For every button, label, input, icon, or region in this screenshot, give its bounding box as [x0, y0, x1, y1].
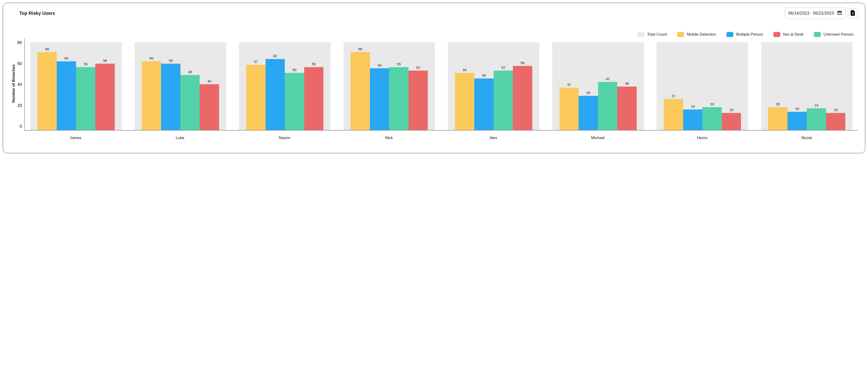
calendar-icon: [837, 10, 842, 17]
bar-value-label: 38: [625, 82, 629, 85]
bars: 50455256: [455, 38, 532, 130]
bar-group: 60584840: [129, 38, 231, 130]
bar-unknown[interactable]: 55: [389, 67, 408, 130]
bar-unknown[interactable]: 52: [494, 70, 513, 130]
swatch-notdesk: [773, 32, 780, 37]
svg-rect-3: [840, 11, 841, 12]
chart-area: Number of Breaches 806040200 68605558605…: [10, 38, 858, 140]
bar-value-label: 42: [606, 77, 610, 81]
bar-notdesk[interactable]: 52: [408, 70, 428, 130]
chart-card: Top Risky Users 06/14/2023 - 06/21/2023 …: [3, 3, 865, 153]
bars: 57625055: [246, 38, 323, 130]
bar-value-label: 37: [567, 83, 571, 87]
svg-rect-6: [840, 13, 841, 13]
y-tick: 80: [17, 40, 22, 45]
bar-unknown[interactable]: 55: [76, 67, 95, 130]
bar-value-label: 68: [358, 47, 362, 51]
bar-notdesk[interactable]: 15: [722, 113, 741, 130]
svg-text:X: X: [852, 12, 854, 15]
bar-multiple[interactable]: 54: [370, 68, 389, 130]
bar-mobile[interactable]: 68: [37, 52, 57, 130]
bar-multiple[interactable]: 16: [787, 112, 807, 130]
y-tick: 40: [17, 82, 22, 87]
bars: 27182015: [664, 38, 741, 130]
swatch-mobile: [677, 32, 684, 37]
x-axis: JamesLukeNaomiNickAlexMichaelHenryNicole: [24, 131, 858, 140]
bar-notdesk[interactable]: 38: [617, 87, 637, 130]
legend-item-unknown[interactable]: Unknown Person: [814, 32, 854, 37]
bar-value-label: 58: [103, 59, 107, 62]
bar-value-label: 58: [169, 59, 173, 62]
bar-value-label: 55: [312, 62, 316, 66]
bar-notdesk[interactable]: 40: [200, 84, 219, 130]
date-range-text: 06/14/2023 - 06/21/2023: [788, 11, 834, 16]
svg-rect-1: [838, 11, 842, 12]
export-excel-button[interactable]: X: [848, 8, 858, 19]
bar-value-label: 27: [672, 94, 676, 98]
bar-value-label: 52: [416, 65, 420, 69]
legend-item-total[interactable]: Total Count: [637, 32, 667, 37]
bar-multiple[interactable]: 62: [266, 59, 285, 130]
bar-value-label: 48: [188, 70, 192, 74]
bar-notdesk[interactable]: 56: [513, 66, 532, 130]
x-tick: Michael: [547, 136, 649, 140]
bar-value-label: 60: [65, 56, 68, 60]
bar-value-label: 40: [208, 79, 212, 83]
card-title: Top Risky Users: [10, 11, 55, 16]
x-tick: Alex: [442, 136, 544, 140]
bar-value-label: 56: [521, 61, 525, 65]
bar-value-label: 55: [84, 62, 88, 66]
bar-value-label: 45: [482, 74, 486, 77]
swatch-unknown: [814, 32, 821, 37]
bars: 68545552: [350, 38, 428, 130]
bar-value-label: 16: [795, 107, 799, 111]
bar-value-label: 19: [814, 103, 818, 107]
y-axis-label: Number of Breaches: [10, 64, 17, 103]
bar-unknown[interactable]: 19: [807, 108, 826, 130]
bar-value-label: 57: [254, 60, 258, 64]
bar-multiple[interactable]: 30: [579, 96, 598, 130]
bar-value-label: 15: [730, 108, 733, 112]
bar-multiple[interactable]: 45: [474, 79, 493, 130]
plot: 6860555860584840576250556854555250455256…: [24, 38, 858, 140]
date-range-picker[interactable]: 06/14/2023 - 06/21/2023: [785, 8, 845, 19]
legend: Total Count Mobile Detection Multiple Pe…: [10, 32, 858, 37]
bar-group: 68545552: [338, 38, 440, 130]
bar-unknown[interactable]: 48: [181, 75, 200, 130]
bar-mobile[interactable]: 27: [664, 99, 683, 130]
bar-notdesk[interactable]: 15: [826, 113, 845, 130]
bar-notdesk[interactable]: 55: [304, 67, 323, 130]
bars: 20161915: [768, 38, 845, 130]
y-tick: 20: [17, 104, 22, 108]
bar-unknown[interactable]: 20: [702, 107, 721, 130]
bar-mobile[interactable]: 57: [246, 65, 265, 130]
bar-multiple[interactable]: 58: [161, 64, 180, 130]
bar-multiple[interactable]: 18: [683, 110, 702, 130]
bar-value-label: 20: [776, 102, 780, 106]
y-axis: 806040200: [17, 38, 24, 126]
bar-mobile[interactable]: 68: [350, 52, 370, 130]
bar-value-label: 60: [150, 56, 153, 60]
bar-value-label: 62: [273, 54, 277, 58]
legend-label-multiple: Multiple Person: [736, 32, 763, 37]
card-header: Top Risky Users 06/14/2023 - 06/21/2023 …: [10, 8, 858, 19]
bar-mobile[interactable]: 50: [455, 73, 474, 130]
legend-item-notdesk[interactable]: Not at Desk: [773, 32, 804, 37]
legend-item-multiple[interactable]: Multiple Person: [726, 32, 763, 37]
bar-value-label: 50: [293, 68, 297, 72]
bar-mobile[interactable]: 37: [559, 88, 579, 130]
bar-value-label: 30: [586, 91, 590, 95]
bar-value-label: 15: [834, 108, 838, 112]
bar-notdesk[interactable]: 58: [95, 64, 115, 130]
bar-value-label: 50: [463, 68, 467, 72]
bar-multiple[interactable]: 60: [57, 61, 76, 130]
bar-unknown[interactable]: 50: [285, 73, 304, 130]
file-excel-icon: X: [850, 10, 856, 17]
header-controls: 06/14/2023 - 06/21/2023 X: [785, 8, 858, 19]
bar-value-label: 52: [501, 65, 505, 69]
bar-group: 20161915: [756, 38, 858, 130]
bar-mobile[interactable]: 20: [768, 107, 787, 130]
bar-mobile[interactable]: 60: [142, 61, 161, 130]
legend-item-mobile[interactable]: Mobile Detection: [677, 32, 716, 37]
bar-unknown[interactable]: 42: [598, 82, 617, 130]
